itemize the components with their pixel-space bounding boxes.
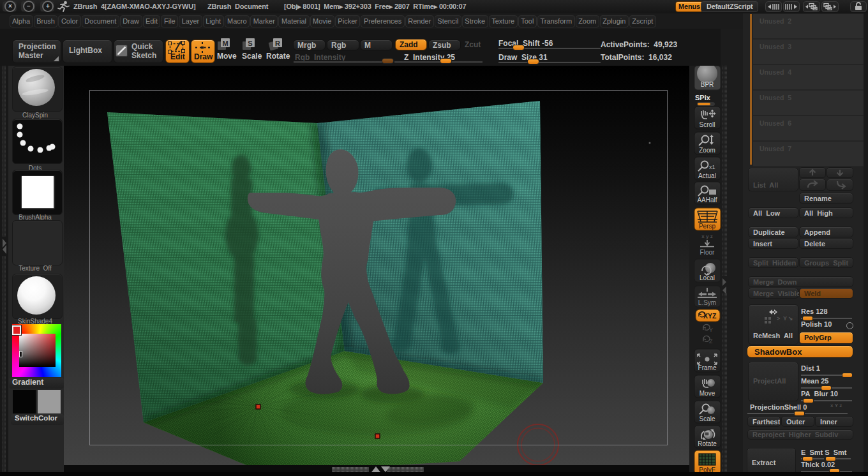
svg-text:Rotate: Rotate: [698, 440, 717, 447]
svg-text:Y: Y: [783, 315, 787, 322]
svg-text:˃: ˃: [777, 315, 780, 322]
svg-text:x y z: x y z: [701, 234, 712, 239]
svg-text:Local: Local: [700, 274, 715, 281]
svg-text:Move: Move: [700, 390, 715, 397]
svg-text:L.Sym: L.Sym: [698, 299, 716, 306]
svg-text:R: R: [275, 40, 280, 47]
svg-text:S: S: [248, 40, 252, 47]
svg-text:Y: Y: [709, 327, 713, 333]
svg-text:BPR: BPR: [701, 81, 714, 88]
svg-text:AAHalf: AAHalf: [697, 197, 717, 204]
svg-text:Floor: Floor: [700, 249, 715, 256]
svg-text:Frame: Frame: [698, 364, 717, 371]
svg-text:SPix: SPix: [695, 94, 711, 101]
svg-text:Zoom: Zoom: [699, 147, 715, 154]
svg-text:Persp: Persp: [699, 223, 716, 230]
svg-text:x1: x1: [709, 164, 715, 170]
svg-text:↘: ↘: [788, 315, 793, 322]
svg-text:Scroll: Scroll: [699, 121, 715, 128]
svg-text:Z: Z: [709, 338, 713, 345]
svg-text:XYZ: XYZ: [703, 312, 717, 320]
svg-text:Scale: Scale: [699, 415, 715, 422]
svg-text:M: M: [222, 40, 228, 47]
svg-text:Actual: Actual: [698, 172, 716, 179]
